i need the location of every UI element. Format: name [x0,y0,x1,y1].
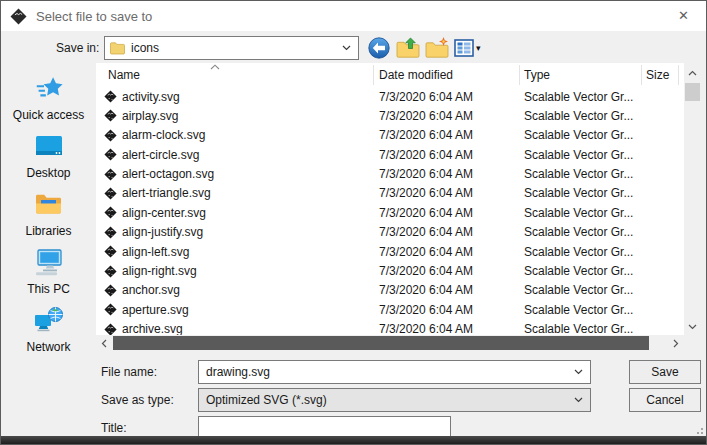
cancel-button[interactable]: Cancel [629,388,701,412]
column-divider[interactable] [373,65,374,85]
file-name: anchor.svg [122,283,180,297]
inkscape-file-icon [104,109,117,122]
save-as-type-combobox[interactable]: Optimized SVG (*.svg) [198,388,591,412]
sidebar-item-desktop[interactable]: Desktop [1,129,96,180]
folder-icon [110,42,125,55]
file-row[interactable]: alert-circle.svg7/3/2020 6:04 AMScalable… [96,145,684,164]
scroll-down-icon[interactable] [684,319,701,335]
file-date-modified: 7/3/2020 6:04 AM [379,303,473,317]
chevron-down-icon [342,45,351,51]
window-bottom-edge [1,436,706,444]
file-date-modified: 7/3/2020 6:04 AM [379,225,473,239]
file-type: Scalable Vector Gr... [524,186,633,200]
list-header: Name Date modified Type Size [96,63,684,87]
desktop-icon [1,129,96,163]
save-button[interactable]: Save [629,360,701,384]
column-header-type[interactable]: Type [524,63,550,87]
file-name-combobox[interactable]: drawing.svg [198,360,591,384]
file-name: alert-octagon.svg [122,167,214,181]
chevron-down-icon [574,369,583,375]
file-type: Scalable Vector Gr... [524,245,633,259]
file-type: Scalable Vector Gr... [524,167,633,181]
vertical-scrollbar-thumb[interactable] [685,83,700,101]
view-menu-button[interactable]: ▾ [454,35,481,61]
back-icon [368,37,390,59]
inkscape-file-icon [104,226,117,239]
file-date-modified: 7/3/2020 6:04 AM [379,148,473,162]
file-row[interactable]: airplay.svg7/3/2020 6:04 AMScalable Vect… [96,106,684,125]
file-row[interactable]: alert-triangle.svg7/3/2020 6:04 AMScalab… [96,184,684,203]
file-name: activity.svg [122,90,180,104]
scroll-up-icon[interactable] [684,65,701,81]
sidebar-item-network[interactable]: Network [1,303,96,354]
file-row[interactable]: anchor.svg7/3/2020 6:04 AMScalable Vecto… [96,281,684,300]
file-row[interactable]: archive.svg7/3/2020 6:04 AMScalable Vect… [96,320,684,335]
file-date-modified: 7/3/2020 6:04 AM [379,322,473,335]
file-name: align-center.svg [122,206,206,220]
chevron-down-icon [574,397,583,403]
close-button[interactable]: ✕ [661,1,706,30]
file-type: Scalable Vector Gr... [524,109,633,123]
file-name: align-right.svg [122,264,197,278]
save-as-type-value: Optimized SVG (*.svg) [206,393,327,407]
file-row[interactable]: align-justify.svg7/3/2020 6:04 AMScalabl… [96,223,684,242]
file-name: aperture.svg [122,303,189,317]
file-rows: activity.svg7/3/2020 6:04 AMScalable Vec… [96,87,684,335]
file-row[interactable]: align-right.svg7/3/2020 6:04 AMScalable … [96,262,684,281]
file-row[interactable]: align-left.svg7/3/2020 6:04 AMScalable V… [96,242,684,261]
file-date-modified: 7/3/2020 6:04 AM [379,128,473,142]
column-header-size[interactable]: Size [646,63,669,87]
column-divider[interactable] [519,65,520,85]
scroll-left-icon[interactable] [96,335,112,351]
file-row[interactable]: alarm-clock.svg7/3/2020 6:04 AMScalable … [96,126,684,145]
file-row[interactable]: aperture.svg7/3/2020 6:04 AMScalable Vec… [96,300,684,319]
file-row[interactable]: activity.svg7/3/2020 6:04 AMScalable Vec… [96,87,684,106]
save-in-label: Save in: [56,36,99,60]
inkscape-file-icon [104,129,117,142]
up-one-level-button[interactable] [396,35,420,61]
file-row[interactable]: alert-octagon.svg7/3/2020 6:04 AMScalabl… [96,165,684,184]
titlebar: Select file to save to ✕ [1,1,706,31]
file-name: archive.svg [122,322,183,335]
scroll-right-icon[interactable] [668,335,684,351]
file-date-modified: 7/3/2020 6:04 AM [379,283,473,297]
column-header-date-modified[interactable]: Date modified [379,63,453,87]
sidebar-item-label: This PC [1,282,96,296]
inkscape-file-icon [104,284,117,297]
inkscape-file-icon [104,90,117,103]
back-button[interactable] [367,35,391,61]
new-folder-button[interactable] [425,35,449,61]
file-date-modified: 7/3/2020 6:04 AM [379,109,473,123]
inkscape-file-icon [104,168,117,181]
file-type: Scalable Vector Gr... [524,90,633,104]
vertical-scrollbar[interactable] [684,63,701,335]
file-name-label: File name: [101,360,157,384]
file-row[interactable]: align-center.svg7/3/2020 6:04 AMScalable… [96,203,684,222]
file-type: Scalable Vector Gr... [524,303,633,317]
column-header-name[interactable]: Name [108,63,140,87]
inkscape-file-icon [104,148,117,161]
file-name: align-justify.svg [122,225,203,239]
sidebar-item-this-pc[interactable]: This PC [1,245,96,296]
resize-grip[interactable] [693,424,703,434]
sidebar-item-quick-access[interactable]: Quick access [1,71,96,122]
file-type: Scalable Vector Gr... [524,128,633,142]
horizontal-scrollbar-thumb[interactable] [113,336,649,350]
this-pc-icon [1,245,96,279]
column-divider[interactable] [641,65,642,85]
sidebar-item-label: Quick access [1,108,96,122]
horizontal-scrollbar[interactable] [96,335,684,351]
file-list: Name Date modified Type Size activity.sv… [96,63,701,351]
save-in-combobox[interactable]: icons [104,36,359,60]
file-type: Scalable Vector Gr... [524,322,633,335]
inkscape-file-icon [104,265,117,278]
file-name: airplay.svg [122,109,178,123]
file-type: Scalable Vector Gr... [524,148,633,162]
column-divider[interactable] [678,65,679,85]
sidebar-item-label: Desktop [1,166,96,180]
file-date-modified: 7/3/2020 6:04 AM [379,206,473,220]
inkscape-file-icon [104,206,117,219]
inkscape-file-icon [104,187,117,200]
sidebar-item-libraries[interactable]: Libraries [1,187,96,238]
file-date-modified: 7/3/2020 6:04 AM [379,264,473,278]
